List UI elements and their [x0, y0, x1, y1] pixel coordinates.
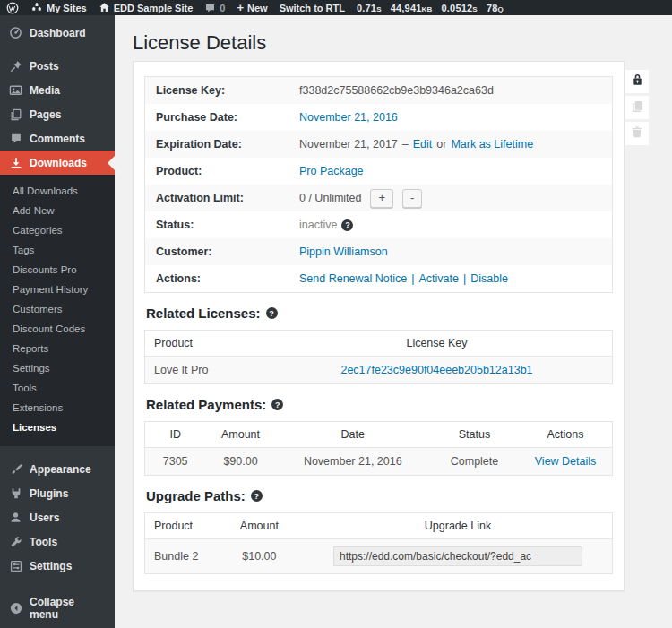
payment-row: 7305 $90.00 November 21, 2016 Complete V… [145, 448, 613, 476]
plug-icon [9, 486, 22, 500]
action-separator: | [463, 272, 466, 285]
license-side-actions [625, 70, 649, 145]
related-payments-help-icon[interactable] [271, 399, 283, 410]
memory-usage: 44,941kb [391, 3, 433, 13]
payment-amount: $90.00 [205, 448, 275, 476]
collapse-arrow-icon [9, 602, 22, 615]
status-row: Status: inactive [145, 211, 612, 238]
sidebar-subitem-settings[interactable]: Settings [0, 358, 115, 378]
dashboard-gauge-icon [9, 26, 22, 39]
network-icon [30, 2, 43, 13]
pages-icon [9, 108, 22, 121]
sidebar-subitem-licenses[interactable]: Licenses [0, 417, 115, 437]
sidebar-subitem-discount-codes[interactable]: Discount Codes [0, 319, 115, 339]
or-text: or [436, 138, 446, 151]
downloads-submenu: All Downloads Add New Categories Tags Di… [0, 175, 115, 446]
activate-link[interactable]: Activate [418, 272, 458, 285]
upgrade-amount: $10.00 [215, 539, 304, 574]
query-count: 78q [487, 3, 504, 13]
expiration-date-row: Expiration Date: November 21, 2017 – Edi… [145, 131, 612, 158]
customer-row: Customer: Pippin Williamson [145, 238, 612, 265]
related-payments-table: ID Amount Date Status Actions 7305 $90.0… [144, 421, 613, 476]
separator-dash: – [402, 138, 409, 151]
related-licenses-help-icon[interactable] [266, 307, 278, 319]
sidebar-item-pages[interactable]: Pages [0, 102, 115, 126]
comments-indicator[interactable]: 0 [204, 3, 225, 13]
collapse-menu-button[interactable]: Collapse menu [0, 590, 115, 626]
related-license-key-link[interactable]: 2ec17fe23c9e90f04eeeb205b12a13b1 [340, 364, 532, 376]
increase-limit-button[interactable]: + [370, 189, 393, 208]
upgrade-paths-table: Product Amount Upgrade Link Bundle 2 $10… [144, 512, 613, 574]
sidebar-subitem-discounts-pro[interactable]: Discounts Pro [0, 260, 115, 280]
screen: My Sites EDD Sample Site 0 + New Switch … [0, 0, 672, 628]
switch-to-rtl-link[interactable]: Switch to RTL [280, 3, 345, 13]
purchase-date-link[interactable]: November 21, 2016 [299, 111, 398, 124]
decrease-limit-button[interactable]: - [402, 189, 422, 208]
sidebar-item-dashboard[interactable]: Dashboard [0, 21, 115, 45]
status-help-icon[interactable] [341, 219, 353, 231]
activation-limit-row: Activation Limit: 0 / Unlimited + - [145, 185, 612, 211]
related-licenses-table: Product License Key Love It Pro 2ec17fe2… [144, 330, 613, 384]
purchase-date-row: Purchase Date: November 21, 2016 [145, 104, 612, 131]
sidebar-subitem-tools[interactable]: Tools [0, 378, 115, 398]
upgrade-product: Bundle 2 [145, 539, 215, 574]
download-icon [9, 156, 22, 169]
sidebar-subitem-reports[interactable]: Reports [0, 339, 115, 358]
mark-as-lifetime-link[interactable]: Mark as Lifetime [451, 138, 533, 151]
sidebar-item-settings[interactable]: Settings [0, 554, 115, 578]
home-icon [99, 2, 110, 13]
sidebar-subitem-categories[interactable]: Categories [0, 220, 115, 240]
page-load-time: 0.71s [357, 3, 382, 13]
sidebar-item-appearance[interactable]: Appearance [0, 457, 115, 481]
sidebar-subitem-extensions[interactable]: Extensions [0, 398, 115, 417]
send-renewal-notice-link[interactable]: Send Renewal Notice [299, 272, 407, 285]
license-key-value: f338d2c75588662cb9e3b9346a2ca63d [299, 84, 494, 97]
upgrade-link-input[interactable] [333, 546, 582, 566]
duplicate-button[interactable] [625, 96, 649, 119]
wrench-icon [9, 535, 22, 548]
sidebar-item-media[interactable]: Media [0, 78, 115, 102]
settings-panel-icon [9, 559, 22, 572]
expiration-date-value: November 21, 2017 [299, 138, 398, 151]
sidebar-item-plugins[interactable]: Plugins [0, 481, 115, 505]
sidebar-item-users[interactable]: Users [0, 505, 115, 529]
my-sites-menu[interactable]: My Sites [30, 2, 87, 13]
payment-date: November 21, 2016 [276, 448, 430, 476]
pushpin-icon [9, 59, 22, 73]
new-content-menu[interactable]: + New [237, 3, 267, 13]
payment-id: 7305 [145, 448, 206, 476]
customer-link[interactable]: Pippin Williamson [299, 245, 388, 258]
license-key-row: License Key: f338d2c75588662cb9e3b9346a2… [145, 77, 612, 104]
upgrade-path-row: Bundle 2 $10.00 [145, 539, 613, 574]
plus-icon: + [237, 3, 244, 13]
edit-expiration-link[interactable]: Edit [413, 138, 433, 151]
wordpress-logo-icon[interactable] [6, 2, 19, 14]
related-license-product: Love It Pro [145, 357, 263, 384]
sidebar-subitem-add-new[interactable]: Add New [0, 201, 115, 220]
delete-button[interactable] [625, 122, 649, 145]
comments-bubble-icon [9, 132, 22, 145]
related-licenses-heading: Related Licenses: [146, 305, 613, 321]
sidebar-subitem-all-downloads[interactable]: All Downloads [0, 181, 115, 201]
upgrade-paths-help-icon[interactable] [251, 490, 263, 502]
sidebar-subitem-customers[interactable]: Customers [0, 299, 115, 319]
admin-sidebar: Dashboard Posts Media Pages [0, 15, 115, 628]
related-license-row: Love It Pro 2ec17fe23c9e90f04eeeb205b12a… [145, 357, 613, 384]
sidebar-item-comments[interactable]: Comments [0, 126, 115, 151]
lock-button[interactable] [625, 70, 649, 93]
sidebar-item-posts[interactable]: Posts [0, 54, 115, 78]
view-details-link[interactable]: View Details [535, 455, 597, 468]
product-link[interactable]: Pro Package [299, 165, 364, 177]
related-payments-heading: Related Payments: [146, 397, 613, 412]
sidebar-subitem-payment-history[interactable]: Payment History [0, 280, 115, 299]
lock-icon [631, 73, 644, 90]
license-details-table: License Key: f338d2c75588662cb9e3b9346a2… [144, 76, 613, 293]
sidebar-item-tools[interactable]: Tools [0, 529, 115, 554]
site-name-menu[interactable]: EDD Sample Site [99, 2, 194, 13]
activation-limit-value: 0 / Unlimited [299, 192, 361, 204]
sidebar-item-downloads[interactable]: Downloads [0, 151, 115, 175]
user-icon [9, 511, 22, 524]
sidebar-subitem-tags[interactable]: Tags [0, 240, 115, 260]
disable-link[interactable]: Disable [470, 272, 508, 285]
media-icon [9, 83, 22, 97]
